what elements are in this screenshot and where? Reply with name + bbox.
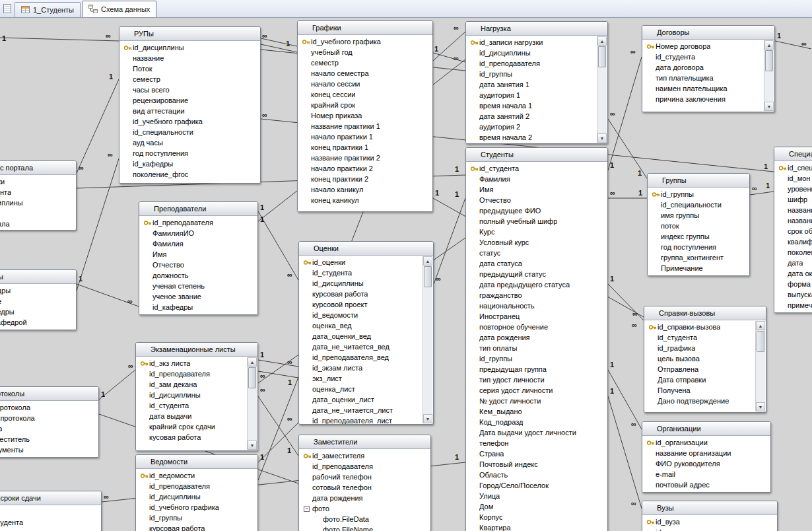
field-row[interactable]: № удост личности (466, 396, 607, 406)
field-row[interactable]: id_кафедры (0, 285, 76, 296)
scroll-thumb[interactable] (424, 266, 432, 287)
field-row[interactable]: Заместитель (0, 434, 98, 444)
table-title[interactable]: Организации (642, 422, 770, 436)
scroll-down-button[interactable]: ▼ (423, 414, 432, 423)
scroll-down-button[interactable]: ▼ (248, 441, 257, 450)
table-title[interactable]: Нагрузка (466, 22, 607, 36)
field-row[interactable]: id_студента (0, 187, 76, 197)
field-row[interactable]: ФИО руководителя (642, 458, 770, 469)
field-row[interactable]: должность (139, 270, 257, 281)
field-row[interactable]: id_группы (136, 513, 257, 523)
table-studenty[interactable]: Студентыid_студентаФамилияИмяОтчествопре… (465, 147, 608, 531)
field-row[interactable]: курсовая работа (136, 523, 257, 531)
field-row[interactable]: название (119, 53, 260, 63)
field-row[interactable]: конец каникул (298, 195, 432, 205)
collapse-icon[interactable]: − (304, 506, 310, 512)
field-row[interactable]: id_специальности (119, 127, 260, 137)
field-row[interactable]: id_дисциплины (136, 491, 257, 502)
field-row[interactable]: id_экз листа (136, 358, 247, 369)
field-row[interactable]: полный учебный шифр (466, 216, 607, 227)
field-row[interactable]: id_группы (466, 353, 607, 364)
field-row[interactable]: часы всего (119, 85, 260, 95)
scroll-thumb[interactable] (598, 46, 606, 67)
field-row[interactable]: дата_не_читается_вед (299, 341, 423, 352)
object-list-icon[interactable] (1, 1, 13, 16)
field-row[interactable]: Дата (0, 423, 98, 434)
field-row[interactable]: Отчество (466, 195, 607, 205)
field-row[interactable]: курсовой проект (299, 299, 423, 310)
scroll-thumb[interactable] (765, 50, 773, 71)
table-scrollbar[interactable]: ▲▼ (755, 321, 765, 411)
field-row[interactable]: e-mail (642, 469, 770, 479)
field-row[interactable]: поколение (774, 247, 812, 258)
field-row[interactable]: id_студента (299, 267, 423, 278)
field-row[interactable]: поколение_фгос (119, 169, 260, 180)
table-dogovory[interactable]: ДоговорыНомер договораid_студентадата до… (642, 25, 775, 112)
field-row[interactable]: id_кафедры (139, 302, 257, 312)
relationship-line[interactable] (608, 370, 642, 429)
field-row[interactable]: оценка_лист (299, 384, 423, 394)
scroll-up-button[interactable]: ▲ (764, 40, 774, 50)
field-row[interactable]: статус (466, 248, 607, 258)
table-title[interactable]: Заместители (299, 435, 430, 449)
field-row[interactable]: дата_не_читается_лист (299, 405, 423, 415)
field-row[interactable]: форма обучения (774, 279, 812, 289)
relationship-line[interactable] (258, 360, 298, 367)
field-row[interactable]: Условный курс (466, 237, 607, 248)
table-scrollbar[interactable]: ▲▼ (597, 36, 607, 143)
field-row[interactable]: Фамилия (139, 238, 257, 249)
table-specialnosti[interactable]: Специальностиid_специальностиid_монурове… (774, 147, 812, 313)
relationship-line[interactable] (608, 284, 644, 320)
field-row[interactable]: id_ведомости (299, 310, 423, 320)
field-row[interactable]: год поступления (119, 148, 260, 159)
table-title[interactable]: Оценки с портала (0, 161, 76, 175)
field-row[interactable]: Дом (466, 501, 607, 512)
field-row[interactable]: Документы (0, 444, 98, 455)
field-row[interactable]: балл (0, 208, 76, 219)
field-row[interactable]: id_экзам листа (299, 363, 423, 373)
field-row[interactable]: Улица (466, 491, 607, 501)
field-row[interactable]: id_мон (774, 173, 812, 184)
field-row[interactable]: время начала 1 (466, 100, 597, 111)
field-row[interactable]: фото.FileName (299, 524, 430, 531)
field-row[interactable]: id (0, 507, 101, 517)
field-row[interactable]: дата предыдущего статуса (466, 279, 607, 290)
field-row[interactable]: семестр (298, 57, 432, 68)
field-row[interactable]: дата договора (642, 62, 764, 73)
field-row[interactable]: Дано подтверждение (644, 396, 755, 406)
field-row[interactable]: Дата выдачи удост личности (466, 427, 607, 438)
relationship-line[interactable] (258, 211, 298, 280)
field-row[interactable]: Фамилия (466, 174, 607, 184)
table-prepodavateli[interactable]: Преподавателиid_преподавателяФамилияИОФа… (139, 201, 258, 315)
field-row[interactable]: аудитория 1 (466, 90, 597, 100)
table-protokoly[interactable]: Протоколыid_протоколаТип протоколаДатаЗа… (0, 386, 99, 458)
field-row[interactable]: id_оценки (299, 257, 423, 267)
field-row[interactable]: шифр (774, 194, 812, 205)
field-row[interactable]: Иностранец (466, 311, 607, 322)
table-title[interactable]: Преподаватели (139, 202, 257, 216)
field-row[interactable]: id_оценки (0, 176, 76, 187)
field-row[interactable]: Отчество (139, 260, 257, 270)
field-row[interactable]: тип кафедры (0, 306, 76, 317)
scroll-up-button[interactable]: ▲ (423, 256, 432, 266)
scroll-down-button[interactable]: ▼ (756, 402, 765, 411)
field-row[interactable]: id_студента (466, 163, 607, 174)
table-title[interactable]: Группы (648, 174, 749, 188)
field-row[interactable]: название (0, 296, 76, 306)
field-row[interactable]: предыдущее ФИО (466, 205, 607, 216)
field-row[interactable]: id_студента (136, 400, 247, 411)
table-organizacii[interactable]: Организацииid_организацииназвание органи… (642, 421, 771, 493)
field-row[interactable]: Страна (466, 448, 607, 459)
table-scrollbar[interactable]: ▲▼ (423, 256, 432, 423)
field-row[interactable]: цель вызова (644, 353, 755, 364)
field-row[interactable]: название кр (774, 215, 812, 226)
table-title[interactable]: Графики (298, 21, 432, 35)
field-row[interactable]: Имя (466, 184, 607, 195)
field-row[interactable]: выпускающая (774, 289, 812, 300)
tab-1-studenty[interactable]: 1_Студенты (15, 2, 81, 17)
field-row[interactable]: тип удост личности (466, 374, 607, 385)
field-row[interactable]: id_студента (642, 52, 764, 62)
field-row[interactable]: крайний срок (298, 100, 432, 110)
field-row[interactable]: Код_подразд (466, 417, 607, 427)
field-row[interactable]: id_преподавателя (139, 217, 257, 228)
